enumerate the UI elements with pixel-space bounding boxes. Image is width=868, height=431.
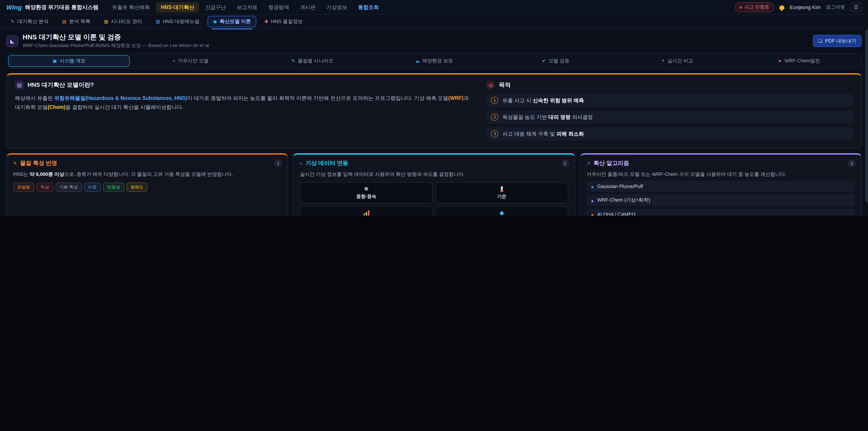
overview-section: ▤ HNS 대기확산 모델이란? 해상에서 유출된 위험유해물질(Hazardo…: [6, 73, 862, 149]
what-is-title: HNS 대기확산 모델이란?: [28, 81, 94, 89]
section-tab[interactable]: ✔ 모델 검증: [495, 55, 616, 67]
user-name: Eunjeong Kim: [789, 4, 820, 10]
algorithm-text: 가우시안 플룸/퍼프 모델 또는 WRF-Chem 수치 모델을 사용하여 대기…: [587, 171, 855, 178]
top-navbar: Wing 해양환경 위기대응 통합시스템 유출유 확산예측 HNS·대기확산 긴…: [0, 0, 868, 15]
subnav-tab[interactable]: ◉ 확산모델 이론: [208, 16, 256, 27]
check-icon: ✔: [542, 59, 546, 63]
purpose-item: 2 독성물질 농도 기반 대피 명령 의사결정: [486, 110, 853, 124]
algorithm-card: ↗ 확산 알고리즘 3 가우시안 플룸/퍼프 모델 또는 WRF-Chem 수치…: [580, 153, 862, 216]
section-tab[interactable]: ☁ 해양환경 보정: [373, 55, 495, 67]
target-icon: ◎: [486, 81, 495, 90]
property-chips: 증발량 독성 기화 특성 비중 반응성 용해도: [13, 183, 281, 192]
page-title: HNS 대기확산 모델 이론 및 검증: [23, 33, 210, 41]
sub-navigation: ✎ 대기확산 분석 ▤ 분석 목록 ▧ 시나리오 관리 ▥ HNS 대응매뉴얼 …: [0, 15, 868, 29]
cloud-icon: ☁: [415, 59, 420, 63]
weather-text: 실시간 기상 정보를 입력 데이터로 사용하여 확산 방향과 속도를 결정합니다…: [300, 171, 568, 178]
page-header: ◣ HNS 대기확산 모델 이론 및 검증 WRF-Chem·Gaussian …: [0, 29, 868, 53]
diamond-bullet-icon: [591, 184, 594, 189]
droplet-icon: [499, 211, 504, 215]
temperature-tile: 기온: [435, 182, 568, 204]
diamond-bullet-icon: [591, 198, 594, 203]
material-text: HNS는 약 6,000종 이상으로, 종류가 매우 다양합니다. 각 물질의 …: [13, 171, 281, 178]
property-chip: 증발량: [13, 183, 34, 192]
stability-tile: 대기 안정도: [300, 206, 433, 216]
purpose-list: 1 유출 사고 시 신속한 위험 범위 예측 2 독성물질 농도 기반 대피 명…: [486, 94, 853, 141]
subnav-tab[interactable]: ▧ 시나리오 관리: [98, 16, 148, 27]
navbar-right: 사고 진행중 Eunjeong Kim 로그아웃 ☰: [735, 2, 862, 12]
logout-button[interactable]: 로그아웃: [826, 4, 845, 10]
clipboard-icon: ▤: [62, 19, 66, 24]
what-is-text: 해상에서 유출된 위험유해물질(Hazardous & Noxious Subs…: [15, 94, 473, 112]
algorithm-item: WRF-Chem (기상+화학): [587, 194, 855, 206]
nav-item[interactable]: HNS·대기확산: [156, 2, 199, 12]
bell-icon[interactable]: [779, 5, 784, 9]
subnav-tab[interactable]: ▥ HNS 대응매뉴얼: [150, 16, 205, 27]
algorithm-list: Gaussian Plume/Puff WRF-Chem (기상+화학) ALO…: [587, 181, 855, 216]
property-chip: 기화 특성: [55, 183, 82, 192]
numbered-circle-icon: 1: [491, 97, 498, 104]
section-tab[interactable]: ≈ 가우시안 모델: [130, 55, 251, 67]
book-open-icon: ▤: [15, 81, 24, 90]
nav-item[interactable]: 유출유 확산예측: [107, 2, 154, 12]
pencil-icon: ✎: [11, 19, 15, 24]
wind-tile: ✻ 풍향·풍속: [300, 182, 433, 204]
app-root: Wing 해양환경 위기대응 통합시스템 유출유 확산예측 HNS·대기확산 긴…: [0, 0, 868, 216]
subnav-tab[interactable]: ✚ HNS 물질정보: [259, 16, 308, 27]
numbered-circle-icon: 2: [491, 114, 498, 121]
purpose-title: 목적: [499, 81, 510, 89]
nav-item[interactable]: 항공탐색: [264, 2, 293, 12]
brand-logo: Wing: [6, 4, 22, 11]
main-nav: 유출유 확산예측 HNS·대기확산 긴급구난 보고자료 항공탐색 게시판 기상정…: [107, 2, 735, 12]
nav-item[interactable]: 보고자료: [232, 2, 262, 12]
card-number-badge: 2: [561, 159, 569, 167]
red-dot-icon: [740, 6, 742, 8]
scrollbar-thumb[interactable]: [865, 30, 868, 202]
print-icon: ❏: [818, 39, 822, 43]
property-chip: 비중: [84, 183, 101, 192]
section-tab[interactable]: ✎ 물질별 시나리오: [252, 55, 373, 67]
concept-cards-row: ✎ 물질 특성 반영 1 HNS는 약 6,000종 이상으로, 종류가 매우 …: [6, 153, 862, 216]
flask-icon: ◉: [213, 19, 217, 24]
thermometer-icon: [501, 186, 503, 191]
diamond-bullet-icon: [591, 212, 594, 216]
chart-up-icon: ↗: [587, 161, 590, 166]
nav-item[interactable]: 게시판: [296, 2, 320, 12]
purpose-item: 1 유출 사고 시 신속한 위험 범위 예측: [486, 94, 853, 107]
page-subtitle: WRF-Chem·Gaussian Plume/Puff·ROMS·해양환경 보…: [23, 42, 210, 49]
rocket-icon: ➤: [778, 59, 782, 63]
what-is-panel: ▤ HNS 대기확산 모델이란? 해상에서 유출된 위험유해물질(Hazardo…: [15, 81, 473, 144]
scrollbar[interactable]: [865, 0, 868, 216]
wind-fan-icon: ✻: [364, 186, 368, 192]
section-tab[interactable]: ➤ WRF-Chem발전: [738, 55, 860, 67]
wind-icon: ≈: [300, 161, 303, 166]
brand[interactable]: Wing 해양환경 위기대응 통합시스템: [6, 3, 98, 11]
property-chip: 반응성: [103, 183, 124, 192]
folder-icon: ▧: [104, 19, 108, 24]
purpose-panel: ◎ 목적 1 유출 사고 시 신속한 위험 범위 예측 2 독성물질 농도 기반…: [486, 81, 853, 144]
card-number-badge: 3: [848, 159, 856, 167]
brand-title: 해양환경 위기대응 통합시스템: [25, 3, 98, 11]
material-properties-card: ✎ 물질 특성 반영 1 HNS는 약 6,000종 이상으로, 종류가 매우 …: [6, 153, 288, 216]
property-chip: 용해도: [126, 183, 147, 192]
pencil-icon: ✎: [13, 161, 17, 166]
ruler-icon: ◣: [6, 35, 18, 47]
pdf-export-button[interactable]: ❏ PDF 내보내기: [813, 35, 862, 47]
nav-item[interactable]: 기상정보: [322, 2, 352, 12]
subnav-tab[interactable]: ✎ 대기확산 분석: [5, 16, 54, 27]
algorithm-item: Gaussian Plume/Puff: [587, 181, 855, 192]
menu-icon[interactable]: ☰: [850, 3, 862, 12]
purpose-item: 3 사고 대응 체계 구축 및 피해 최소화: [486, 127, 853, 141]
weather-data-card: ≈ 기상 데이터 연동 2 실시간 기상 정보를 입력 데이터로 사용하여 확산…: [293, 153, 575, 216]
book-icon: ▥: [156, 19, 160, 24]
nav-item[interactable]: 긴급구난: [200, 2, 230, 12]
section-tab[interactable]: ⚡ 실시간 비교: [616, 55, 738, 67]
incident-status-badge[interactable]: 사고 진행중: [735, 2, 774, 12]
section-tab[interactable]: ▣ 시스템 개요: [8, 55, 130, 67]
subnav-tab[interactable]: ▤ 분석 목록: [57, 16, 96, 27]
weather-tiles: ✻ 풍향·풍속 기온 대기 안정도 습도·강수: [300, 182, 568, 216]
stability-chart-icon: [363, 210, 369, 216]
pencil-icon: ✎: [291, 59, 295, 63]
algorithm-item: ALOHA / CAMEO: [587, 209, 855, 216]
nav-item[interactable]: 통합조회: [353, 2, 383, 12]
section-tabs: ▣ 시스템 개요 ≈ 가우시안 모델 ✎ 물질별 시나리오 ☁ 해양환경 보정 …: [6, 53, 862, 69]
